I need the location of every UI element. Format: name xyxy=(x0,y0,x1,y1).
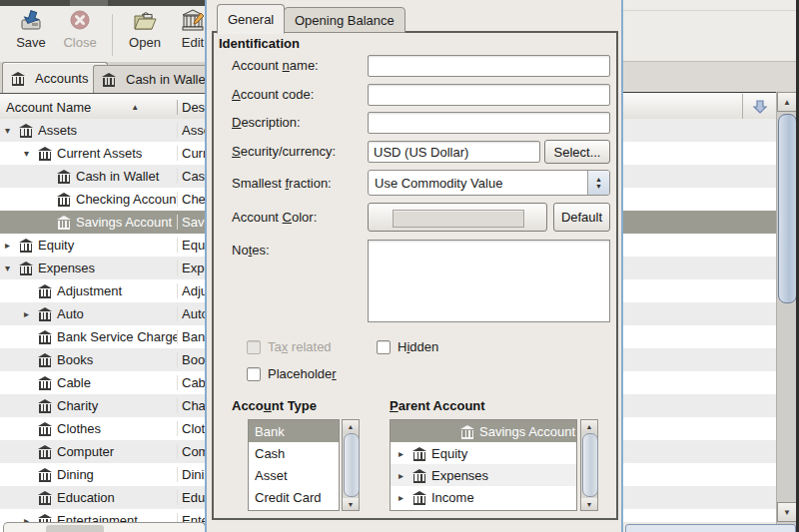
account-description: Savings Account xyxy=(177,215,207,230)
table-row[interactable]: Checking Account Checking Account xyxy=(0,188,207,211)
table-row[interactable]: Cash in Wallet Cash in Wallet xyxy=(0,165,207,188)
table-row[interactable]: Assets Assets xyxy=(0,119,207,142)
bank-icon xyxy=(11,72,25,85)
account-code-field[interactable] xyxy=(368,84,610,106)
scroll-down-button[interactable]: ▼ xyxy=(777,502,797,522)
table-row[interactable]: Education Education xyxy=(0,486,207,509)
bank-icon xyxy=(38,422,52,435)
scrollbar-thumb[interactable] xyxy=(46,525,104,532)
account-name-cell: Checking Account xyxy=(0,192,177,207)
tree-item[interactable]: Savings Account xyxy=(391,420,576,442)
column-header-account-name[interactable]: Account Name ▲ xyxy=(0,100,177,115)
tree-item[interactable]: Equity xyxy=(391,442,576,464)
placeholder-checkbox[interactable] xyxy=(247,367,261,381)
security-currency-label: Security/currency: xyxy=(232,144,336,159)
notes-field[interactable] xyxy=(368,240,610,322)
bank-icon xyxy=(38,284,52,297)
scroll-up-button[interactable]: ▲ xyxy=(343,420,359,432)
column-chooser-button[interactable] xyxy=(742,94,776,119)
description-field[interactable] xyxy=(368,112,610,134)
expander-icon[interactable] xyxy=(24,308,38,319)
open-button[interactable]: Open xyxy=(122,8,168,60)
selected-row-highlight xyxy=(623,211,776,234)
account-description: Education xyxy=(177,490,207,505)
account-name-cell: Current Assets xyxy=(0,146,177,161)
account-type-name: Asset xyxy=(255,468,288,483)
bank-icon xyxy=(38,147,52,160)
combobox-spinner-icon[interactable]: ▲▼ xyxy=(587,171,609,195)
account-description: Dining xyxy=(177,467,207,482)
parent-account-scrollbar[interactable]: ▲ ▼ xyxy=(580,419,598,511)
scrollbar-thumb[interactable] xyxy=(582,433,598,497)
account-name-cell: Clothes xyxy=(0,421,177,436)
list-item[interactable]: Credit Card xyxy=(249,486,339,508)
edit-account-icon xyxy=(180,8,206,34)
column-header-description[interactable]: Description xyxy=(177,100,207,115)
vertical-scrollbar[interactable]: ▲ ▼ xyxy=(776,92,797,532)
tree-item[interactable]: Expenses xyxy=(391,464,576,486)
scrollbar-thumb[interactable] xyxy=(778,114,797,303)
tab-general[interactable]: General xyxy=(217,4,285,34)
account-name: Bank Service Charge xyxy=(57,329,177,344)
table-row[interactable]: Computer Computer xyxy=(0,440,207,463)
scroll-up-button[interactable]: ▲ xyxy=(581,420,597,432)
table-row[interactable]: Clothes Clothes xyxy=(0,417,207,440)
table-row[interactable]: Current Assets Current Assets xyxy=(0,142,207,165)
table-row[interactable]: Charity Charity xyxy=(0,394,207,417)
table-row[interactable]: Expenses Expenses xyxy=(0,257,207,279)
scroll-down-button[interactable]: ▼ xyxy=(581,498,597,510)
account-description: Assets xyxy=(177,123,207,138)
account-description: Charity xyxy=(177,398,207,413)
tab-opening-balance[interactable]: Opening Balance xyxy=(284,7,405,33)
expander-icon[interactable] xyxy=(24,148,38,159)
tree-column-headers: Account Name ▲ Description xyxy=(0,93,207,121)
account-name-field[interactable] xyxy=(368,55,610,77)
table-row[interactable]: Cable Cable xyxy=(0,371,207,394)
smallest-fraction-value: Use Commodity Value xyxy=(369,176,587,191)
list-item[interactable]: Asset xyxy=(249,464,339,486)
account-name-cell: Cash in Wallet xyxy=(0,169,177,184)
list-item[interactable]: Bank xyxy=(249,420,339,442)
select-currency-button[interactable]: Select... xyxy=(544,140,610,164)
account-name: Charity xyxy=(57,398,98,413)
table-row[interactable]: Dining Dining xyxy=(0,463,207,486)
default-color-button[interactable]: Default xyxy=(553,203,610,232)
account-name: Adjustment xyxy=(57,283,122,298)
hidden-checkbox[interactable] xyxy=(377,340,391,354)
table-row[interactable]: Bank Service Charge Bank Service Charge xyxy=(0,325,207,348)
account-description: Current Assets xyxy=(177,146,207,161)
account-type-scrollbar[interactable]: ▲ ▼ xyxy=(342,419,360,511)
account-color-button[interactable] xyxy=(368,203,547,232)
bank-icon xyxy=(57,216,71,229)
table-row[interactable]: Savings Account Savings Account xyxy=(0,211,207,234)
bank-icon xyxy=(38,353,52,366)
bank-icon xyxy=(460,425,474,438)
parent-account-name: Expenses xyxy=(431,468,488,483)
save-button[interactable]: Save xyxy=(8,8,54,60)
table-row[interactable]: Equity Equity xyxy=(0,234,207,257)
expander-icon[interactable] xyxy=(399,492,412,503)
sort-ascending-icon: ▲ xyxy=(131,103,139,112)
expander-icon[interactable] xyxy=(5,240,19,251)
smallest-fraction-combobox[interactable]: Use Commodity Value ▲▼ xyxy=(368,170,610,196)
account-color-label: Account Color: xyxy=(232,210,317,225)
account-name-cell: Auto xyxy=(0,306,177,321)
expander-icon[interactable] xyxy=(399,448,412,459)
list-item[interactable]: Cash xyxy=(249,442,339,464)
expander-icon[interactable] xyxy=(5,263,19,273)
expander-icon[interactable] xyxy=(5,125,19,136)
horizontal-scrollbar-right[interactable] xyxy=(625,524,796,532)
accounts-tree: Assets Assets Current Assets Current Ass… xyxy=(0,119,207,532)
tax-related-label: Tax related xyxy=(268,339,332,354)
table-row[interactable]: Auto Auto xyxy=(0,302,207,325)
expander-icon[interactable] xyxy=(399,470,412,481)
scroll-down-button[interactable]: ▼ xyxy=(343,498,359,510)
scroll-up-button[interactable]: ▲ xyxy=(777,92,797,112)
table-row[interactable]: Books Books xyxy=(0,348,207,371)
horizontal-scrollbar[interactable] xyxy=(3,522,206,532)
security-currency-field[interactable] xyxy=(368,141,540,163)
tree-item[interactable]: Income xyxy=(391,486,576,508)
account-name: Savings Account xyxy=(76,215,172,230)
scrollbar-thumb[interactable] xyxy=(344,433,360,497)
table-row[interactable]: Adjustment Adjustment xyxy=(0,279,207,302)
